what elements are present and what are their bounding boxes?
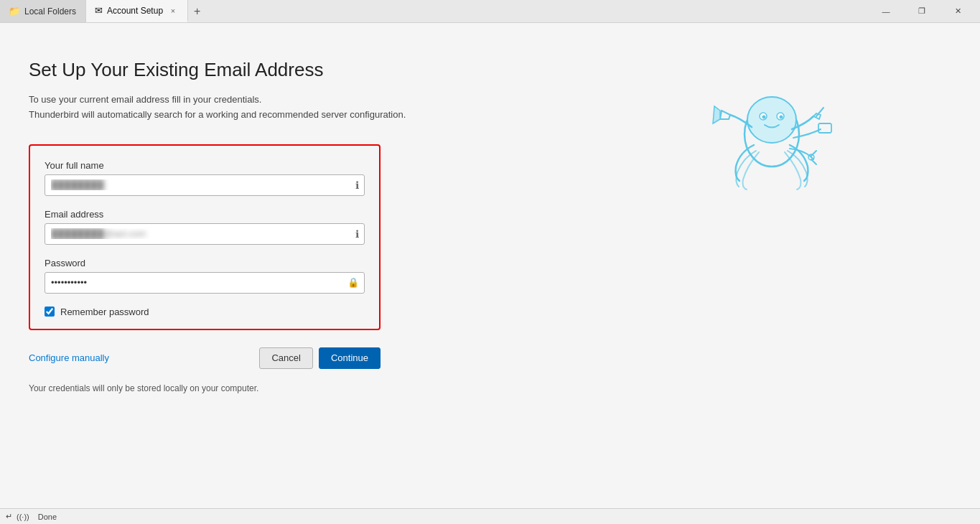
- password-field-group: Password 🔒: [45, 258, 365, 294]
- status-arrow-icon: ↵: [6, 512, 12, 521]
- form-container: Your full name ℹ Email address ℹ Passwor…: [29, 144, 381, 330]
- close-button[interactable]: ✕: [941, 0, 974, 23]
- page-body: Set Up Your Existing Email Address To us…: [0, 23, 980, 508]
- email-input[interactable]: [45, 223, 365, 245]
- octopus-svg: [700, 66, 844, 210]
- password-label: Password: [45, 258, 365, 268]
- remember-password-checkbox[interactable]: [45, 307, 55, 317]
- tab-local-folders[interactable]: 📁 Local Folders: [0, 0, 86, 22]
- svg-rect-7: [818, 123, 831, 133]
- fullname-field-group: Your full name ℹ: [45, 160, 365, 196]
- tab-local-folders-label: Local Folders: [24, 6, 76, 17]
- password-toggle-icon[interactable]: 🔒: [347, 277, 359, 288]
- remember-password-label[interactable]: Remember password: [60, 307, 149, 317]
- remember-password-row: Remember password: [45, 307, 365, 317]
- folder-icon: 📁: [9, 6, 20, 17]
- minimize-button[interactable]: —: [869, 0, 902, 23]
- subtitle-line2: Thunderbird will automatically search fo…: [29, 109, 406, 120]
- buttons-row: Configure manually Cancel Continue: [29, 347, 381, 369]
- tab-account-setup[interactable]: ✉ Account Setup ×: [86, 0, 188, 22]
- tab-close-button[interactable]: ×: [167, 5, 179, 17]
- password-input-wrapper: 🔒: [45, 272, 365, 294]
- fullname-label: Your full name: [45, 160, 365, 171]
- svg-point-4: [762, 116, 766, 119]
- svg-point-5: [780, 116, 783, 119]
- titlebar: 📁 Local Folders ✉ Account Setup × + — ❐ …: [0, 0, 980, 23]
- main-content: Set Up Your Existing Email Address To us…: [0, 23, 980, 508]
- octopus-illustration: [693, 59, 851, 217]
- fullname-info-icon: ℹ: [355, 179, 359, 191]
- subtitle-line1: To use your current email address fill i…: [29, 94, 261, 105]
- status-signal-icon: ((·)): [17, 513, 29, 521]
- continue-button[interactable]: Continue: [319, 347, 381, 369]
- svg-point-1: [747, 97, 796, 143]
- email-field-group: Email address ℹ: [45, 209, 365, 245]
- status-text: Done: [38, 513, 57, 521]
- envelope-icon: ✉: [95, 5, 103, 16]
- email-label: Email address: [45, 209, 365, 220]
- credentials-note: Your credentials will only be stored loc…: [29, 383, 951, 393]
- fullname-input[interactable]: [45, 174, 365, 196]
- email-info-icon: ℹ: [355, 228, 359, 240]
- maximize-button[interactable]: ❐: [905, 0, 938, 23]
- status-icons: ↵ ((·)): [6, 512, 29, 521]
- cancel-button[interactable]: Cancel: [259, 347, 312, 369]
- new-tab-button[interactable]: +: [188, 0, 206, 22]
- tab-account-setup-label: Account Setup: [107, 6, 163, 16]
- statusbar: ↵ ((·)) Done: [0, 508, 980, 524]
- configure-manually-link[interactable]: Configure manually: [29, 352, 109, 363]
- window-controls: — ❐ ✕: [864, 0, 980, 22]
- fullname-input-wrapper: ℹ: [45, 174, 365, 196]
- email-input-wrapper: ℹ: [45, 223, 365, 245]
- tab-bar: 📁 Local Folders ✉ Account Setup × +: [0, 0, 864, 22]
- password-input[interactable]: [45, 272, 365, 294]
